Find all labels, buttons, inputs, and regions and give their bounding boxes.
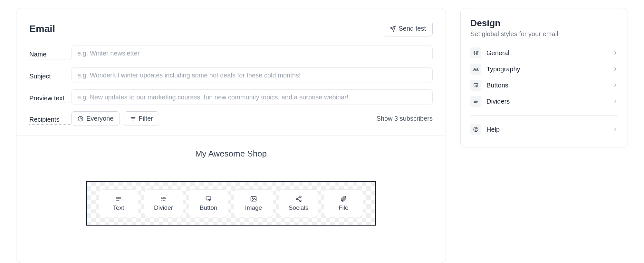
insert-socials-label: Socials — [289, 204, 308, 211]
chevron-right-icon — [613, 66, 618, 72]
divider-icon — [470, 96, 481, 107]
header-row: Email Send test — [29, 21, 433, 36]
design-separator — [470, 115, 618, 116]
cursor-click-icon — [470, 80, 481, 91]
preview-text-input[interactable] — [71, 89, 433, 105]
insert-button-block[interactable]: Button — [189, 189, 228, 217]
design-item-typography[interactable]: Aa Typography — [470, 61, 618, 77]
insert-image-block[interactable]: Image — [234, 189, 273, 217]
help-icon — [470, 124, 481, 135]
chevron-right-icon — [613, 127, 618, 132]
design-item-buttons[interactable]: Buttons — [470, 77, 618, 93]
design-item-general[interactable]: General — [470, 45, 618, 61]
email-editor-panel: Email Send test Name Subject Preview tex… — [16, 8, 446, 263]
design-help-label: Help — [486, 126, 500, 133]
block-inserter[interactable]: Text Divider Button Image — [86, 181, 376, 226]
insert-text-label: Text — [113, 204, 124, 211]
name-input[interactable] — [71, 46, 433, 61]
chevron-right-icon — [613, 99, 618, 104]
typography-icon: Aa — [470, 64, 481, 75]
show-subscribers-link[interactable]: Show 3 subscribers — [376, 115, 433, 122]
insert-divider-label: Divider — [154, 204, 173, 211]
preview-row: Preview text — [29, 89, 433, 105]
paper-plane-icon — [389, 25, 396, 32]
insert-file-label: File — [339, 204, 349, 211]
design-dividers-label: Dividers — [486, 98, 510, 105]
name-row: Name — [29, 46, 433, 61]
email-brand-title: My Awesome Shop — [195, 149, 267, 159]
text-lines-icon — [115, 195, 122, 202]
chevron-right-icon — [613, 50, 618, 56]
everyone-label: Everyone — [86, 115, 114, 122]
cursor-click-icon — [205, 195, 212, 202]
svg-point-27 — [477, 51, 478, 52]
subject-row: Subject — [29, 67, 433, 83]
filter-icon — [130, 116, 136, 122]
email-settings-section: Email Send test Name Subject Preview tex… — [16, 8, 446, 136]
design-typography-label: Typography — [486, 66, 520, 73]
email-divider — [101, 171, 361, 171]
design-subtitle: Set global styles for your email. — [470, 30, 618, 38]
preview-text-label: Preview text — [29, 95, 71, 103]
recipients-filter-button[interactable]: Filter — [124, 111, 159, 126]
paperclip-icon — [340, 195, 347, 202]
recipients-row: Recipients Everyone Filter Show 3 subscr… — [29, 111, 433, 126]
image-icon — [250, 195, 257, 202]
email-body-editor: My Awesome Shop Text Divider Button — [16, 136, 446, 263]
pie-icon — [77, 116, 84, 122]
insert-text-block[interactable]: Text — [99, 189, 138, 217]
design-title: Design — [470, 18, 618, 28]
insert-divider-block[interactable]: Divider — [144, 189, 183, 217]
svg-point-37 — [476, 130, 476, 131]
insert-socials-block[interactable]: Socials — [279, 189, 318, 217]
filter-label: Filter — [139, 115, 153, 122]
insert-image-label: Image — [245, 204, 262, 211]
svg-rect-15 — [251, 197, 256, 201]
design-panel: Design Set global styles for your email.… — [460, 8, 628, 147]
design-item-help[interactable]: Help — [470, 121, 618, 137]
svg-line-21 — [297, 199, 300, 200]
recipients-label: Recipients — [29, 116, 71, 125]
design-general-label: General — [486, 49, 509, 57]
name-label: Name — [29, 51, 71, 59]
send-test-button[interactable]: Send test — [383, 21, 433, 36]
svg-point-23 — [474, 52, 475, 53]
svg-line-20 — [297, 197, 300, 198]
svg-point-16 — [252, 198, 253, 199]
divider-icon — [160, 195, 167, 202]
design-buttons-label: Buttons — [486, 82, 508, 89]
subject-input[interactable] — [71, 67, 433, 83]
send-test-label: Send test — [399, 25, 426, 32]
design-item-dividers[interactable]: Dividers — [470, 93, 618, 109]
subject-label: Subject — [29, 73, 71, 81]
recipients-everyone-button[interactable]: Everyone — [71, 111, 120, 126]
page-title: Email — [29, 23, 55, 34]
insert-button-label: Button — [200, 204, 217, 211]
insert-file-block[interactable]: File — [324, 189, 363, 217]
sliders-icon — [470, 47, 481, 58]
svg-point-25 — [476, 53, 477, 54]
share-icon — [295, 195, 302, 202]
chevron-right-icon — [613, 83, 618, 88]
